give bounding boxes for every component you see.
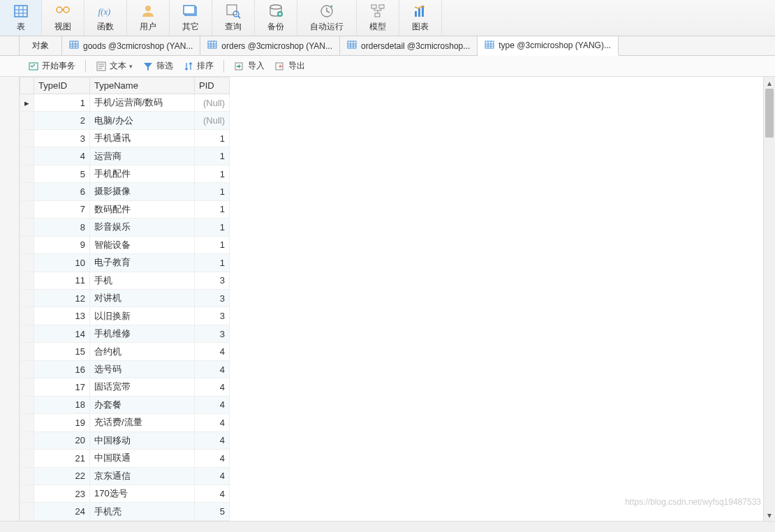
scroll-down-icon[interactable]: ▾: [764, 509, 775, 521]
table-row[interactable]: 9智能设备1: [20, 236, 230, 253]
cell-pid[interactable]: 1: [195, 219, 230, 236]
data-table[interactable]: TypeID TypeName PID ▸1手机/运营商/数码(Null)2电脑…: [20, 77, 230, 521]
table-row[interactable]: 2电脑/办公(Null): [20, 112, 230, 129]
ribbon-other[interactable]: 其它: [170, 0, 212, 36]
cell-pid[interactable]: 3: [195, 289, 230, 306]
cell-typename[interactable]: 京东通信: [90, 467, 195, 485]
table-row[interactable]: 21中国联通4: [20, 450, 230, 467]
cell-typename[interactable]: 电子教育: [90, 254, 195, 272]
table-row[interactable]: 16选号码4: [20, 360, 230, 378]
tab-item[interactable]: ordersdetail @3cmicroshop...: [340, 36, 478, 55]
cell-pid[interactable]: 4: [195, 450, 230, 467]
table-row[interactable]: 8影音娱乐1: [20, 219, 230, 236]
table-row[interactable]: 19充话费/流量4: [20, 414, 230, 431]
cell-typeid[interactable]: 9: [34, 236, 90, 253]
cell-typeid[interactable]: 21: [34, 450, 90, 467]
cell-typeid[interactable]: 13: [34, 307, 90, 325]
horizontal-scrollbar[interactable]: [0, 521, 775, 532]
cell-pid[interactable]: 4: [195, 431, 230, 449]
cell-typename[interactable]: 选号码: [90, 360, 195, 378]
cell-typename[interactable]: 摄影摄像: [90, 183, 195, 200]
text-button[interactable]: 文本 ▾: [91, 58, 137, 74]
sort-button[interactable]: 排序: [179, 58, 218, 74]
cell-typeid[interactable]: 12: [34, 289, 90, 306]
cell-pid[interactable]: 1: [195, 183, 230, 200]
cell-typename[interactable]: 固话宽带: [90, 378, 195, 396]
cell-pid[interactable]: 4: [195, 414, 230, 431]
cell-typename[interactable]: 中国联通: [90, 450, 195, 467]
table-row[interactable]: 24手机壳5: [20, 503, 230, 521]
cell-typename[interactable]: 手机: [90, 272, 195, 289]
ribbon-fx[interactable]: f(x)函数: [84, 0, 127, 36]
cell-pid[interactable]: 4: [195, 485, 230, 502]
cell-typename[interactable]: 手机维修: [90, 325, 195, 342]
col-header-typeid[interactable]: TypeID: [34, 77, 90, 94]
cell-typeid[interactable]: 8: [34, 219, 90, 236]
cell-pid[interactable]: 4: [195, 360, 230, 378]
cell-typename[interactable]: 手机/运营商/数码: [90, 94, 195, 112]
cell-typename[interactable]: 数码配件: [90, 200, 195, 218]
cell-typeid[interactable]: 10: [34, 254, 90, 272]
table-row[interactable]: 23170选号4: [20, 485, 230, 502]
cell-typename[interactable]: 对讲机: [90, 289, 195, 306]
cell-pid[interactable]: 1: [195, 236, 230, 253]
table-row[interactable]: 7数码配件1: [20, 200, 230, 218]
cell-typename[interactable]: 合约机: [90, 343, 195, 360]
col-header-pid[interactable]: PID: [195, 77, 230, 94]
table-row[interactable]: 18办套餐4: [20, 396, 230, 413]
cell-typeid[interactable]: 16: [34, 360, 90, 378]
cell-typename[interactable]: 电脑/办公: [90, 112, 195, 129]
table-row[interactable]: 10电子教育1: [20, 254, 230, 272]
table-row[interactable]: ▸1手机/运营商/数码(Null): [20, 94, 230, 112]
cell-typename[interactable]: 手机通讯: [90, 129, 195, 147]
cell-pid[interactable]: 4: [195, 378, 230, 396]
cell-typeid[interactable]: 24: [34, 503, 90, 521]
cell-typeid[interactable]: 3: [34, 129, 90, 147]
ribbon-table[interactable]: 表: [0, 0, 42, 36]
cell-typename[interactable]: 影音娱乐: [90, 219, 195, 236]
ribbon-auto[interactable]: 自动运行: [297, 0, 357, 36]
cell-typename[interactable]: 充话费/流量: [90, 414, 195, 431]
cell-pid[interactable]: 1: [195, 129, 230, 147]
table-row[interactable]: 3手机通讯1: [20, 129, 230, 147]
cell-pid[interactable]: 4: [195, 467, 230, 485]
scroll-track[interactable]: [764, 89, 775, 509]
table-row[interactable]: 22京东通信4: [20, 467, 230, 485]
tab-item[interactable]: type @3cmicroshop (YANG)...: [478, 36, 619, 56]
cell-typename[interactable]: 以旧换新: [90, 307, 195, 325]
table-row[interactable]: 15合约机4: [20, 343, 230, 360]
cell-pid[interactable]: 4: [195, 396, 230, 413]
table-row[interactable]: 11手机3: [20, 272, 230, 289]
begin-transaction-button[interactable]: 开始事务: [24, 58, 80, 74]
cell-typename[interactable]: 中国移动: [90, 431, 195, 449]
cell-typename[interactable]: 办套餐: [90, 396, 195, 413]
scroll-thumb[interactable]: [765, 89, 774, 138]
cell-typename[interactable]: 手机壳: [90, 503, 195, 521]
ribbon-chart[interactable]: 图表: [399, 0, 442, 36]
cell-typename[interactable]: 运营商: [90, 147, 195, 165]
cell-typeid[interactable]: 19: [34, 414, 90, 431]
cell-typeid[interactable]: 15: [34, 343, 90, 360]
cell-typeid[interactable]: 11: [34, 272, 90, 289]
col-header-typename[interactable]: TypeName: [90, 77, 195, 94]
cell-pid[interactable]: 3: [195, 272, 230, 289]
cell-pid[interactable]: 4: [195, 343, 230, 360]
table-row[interactable]: 14手机维修3: [20, 325, 230, 342]
cell-typename[interactable]: 智能设备: [90, 236, 195, 253]
ribbon-query[interactable]: 查询: [212, 0, 255, 36]
cell-typename[interactable]: 手机配件: [90, 165, 195, 182]
cell-pid[interactable]: 5: [195, 503, 230, 521]
table-row[interactable]: 4运营商1: [20, 147, 230, 165]
cell-typeid[interactable]: 22: [34, 467, 90, 485]
cell-typeid[interactable]: 20: [34, 431, 90, 449]
cell-typeid[interactable]: 1: [34, 94, 90, 112]
vertical-scrollbar[interactable]: ▴ ▾: [763, 77, 775, 521]
tab-item[interactable]: orders @3cmicroshop (YAN...: [200, 36, 340, 55]
scroll-up-icon[interactable]: ▴: [764, 77, 775, 89]
cell-pid[interactable]: 1: [195, 200, 230, 218]
cell-typeid[interactable]: 7: [34, 200, 90, 218]
cell-pid[interactable]: 1: [195, 147, 230, 165]
table-row[interactable]: 12对讲机3: [20, 289, 230, 306]
table-row[interactable]: 20中国移动4: [20, 431, 230, 449]
filter-button[interactable]: 筛选: [138, 58, 177, 74]
